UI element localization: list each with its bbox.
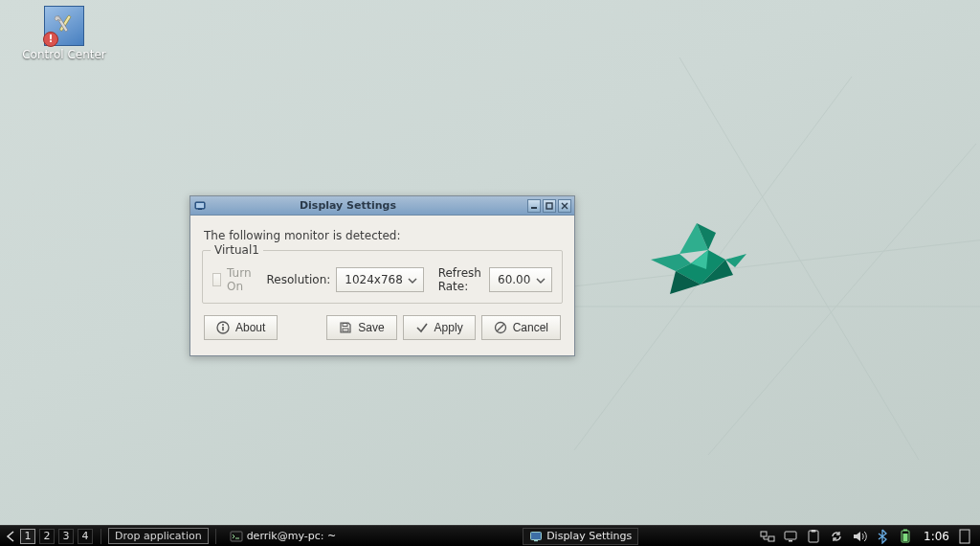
cancel-icon	[494, 321, 507, 334]
monitor-name: Virtual1	[211, 243, 263, 257]
display-applet-icon[interactable]	[783, 529, 798, 544]
svg-rect-26	[785, 532, 796, 539]
cancel-button[interactable]: Cancel	[481, 315, 561, 340]
svg-rect-25	[768, 536, 774, 541]
titlebar[interactable]: Display Settings	[190, 196, 574, 216]
desktop-icon-label: Control Center	[19, 48, 109, 61]
battery-applet-icon[interactable]	[898, 529, 913, 544]
info-icon	[216, 321, 230, 334]
save-label: Save	[358, 321, 384, 334]
svg-rect-13	[531, 207, 537, 209]
separator	[100, 529, 101, 544]
task-label: derrik@my-pc: ~	[247, 530, 336, 542]
svg-rect-14	[546, 203, 552, 209]
wallpaper-lines	[565, 57, 980, 460]
svg-rect-24	[761, 532, 767, 536]
svg-rect-18	[343, 324, 347, 327]
svg-marker-1	[697, 223, 716, 250]
svg-marker-0	[679, 223, 708, 254]
svg-rect-29	[812, 530, 816, 533]
system-tray: 1:06	[760, 529, 976, 544]
drop-application[interactable]: Drop application	[108, 528, 209, 544]
svg-rect-27	[789, 540, 792, 542]
check-icon	[415, 321, 429, 334]
svg-marker-4	[725, 254, 746, 267]
task-label: Display Settings	[546, 530, 632, 542]
workspace-switcher: 1 2 3 4	[4, 529, 94, 544]
about-label: About	[235, 321, 265, 334]
svg-marker-3	[676, 250, 725, 284]
monitor-group: Virtual1 Turn On Resolution: 1024x768 Re…	[202, 250, 563, 304]
window-maximize-button[interactable]	[543, 199, 556, 213]
refresh-value: 60.00	[498, 273, 530, 286]
svg-rect-11	[196, 203, 204, 208]
chevron-down-icon	[408, 273, 417, 286]
turn-on-checkbox[interactable]	[212, 273, 221, 286]
task-terminal[interactable]: derrik@my-pc: ~	[223, 528, 343, 545]
workspace-1[interactable]: 1	[20, 529, 35, 544]
svg-marker-7	[670, 271, 701, 294]
resolution-label: Resolution:	[267, 273, 331, 286]
apply-button[interactable]: Apply	[403, 315, 476, 340]
show-desktop-icon[interactable]	[957, 529, 972, 544]
clipboard-applet-icon[interactable]	[806, 529, 821, 544]
svg-marker-6	[691, 250, 708, 269]
taskbar: 1 2 3 4 Drop application derrik@my-pc: ~…	[0, 525, 980, 546]
chevron-down-icon	[536, 273, 546, 286]
volume-applet-icon[interactable]	[852, 529, 867, 544]
window-title: Display Settings	[211, 199, 525, 212]
svg-rect-23	[534, 540, 538, 541]
svg-rect-12	[198, 209, 202, 210]
save-icon	[339, 321, 352, 334]
resolution-combo[interactable]: 1024x768	[336, 267, 424, 292]
warning-badge-icon: !	[43, 32, 58, 47]
svg-rect-31	[903, 529, 907, 531]
separator	[215, 529, 216, 544]
svg-marker-5	[701, 260, 733, 284]
resolution-value: 1024x768	[345, 273, 403, 286]
save-button[interactable]: Save	[326, 315, 396, 340]
svg-rect-33	[960, 530, 969, 543]
display-icon	[529, 530, 543, 543]
display-settings-window: Display Settings The following monitor i…	[189, 195, 575, 356]
cancel-label: Cancel	[513, 321, 548, 334]
svg-rect-22	[531, 532, 542, 539]
svg-rect-19	[343, 329, 348, 331]
apply-label: Apply	[434, 321, 463, 334]
workspace-4[interactable]: 4	[78, 529, 93, 544]
desktop-icon-control-center[interactable]: ! Control Center	[19, 6, 109, 61]
turn-on-label: Turn On	[227, 266, 253, 293]
svg-rect-16	[222, 327, 224, 330]
about-button[interactable]: About	[204, 315, 278, 340]
updater-applet-icon[interactable]	[829, 529, 844, 544]
control-center-icon: !	[44, 6, 84, 46]
window-close-button[interactable]	[558, 199, 571, 213]
bluetooth-applet-icon[interactable]	[875, 529, 890, 544]
svg-rect-32	[903, 534, 908, 541]
task-display-settings[interactable]: Display Settings	[523, 528, 638, 545]
svg-marker-2	[651, 254, 691, 271]
dialog-button-row: About Save Apply Cancel	[200, 311, 565, 346]
clock[interactable]: 1:06	[921, 530, 949, 543]
window-app-icon	[193, 199, 207, 213]
wallpaper-bird	[641, 216, 756, 311]
workspace-3[interactable]: 3	[58, 529, 74, 544]
workspace-2[interactable]: 2	[39, 529, 55, 544]
network-applet-icon[interactable]	[760, 529, 775, 544]
refresh-label: Refresh Rate:	[438, 266, 483, 293]
svg-rect-21	[231, 532, 242, 541]
refresh-combo[interactable]: 60.00	[489, 267, 552, 292]
workspace-prev[interactable]	[4, 529, 17, 544]
svg-point-17	[222, 324, 224, 326]
window-minimize-button[interactable]	[527, 199, 541, 213]
window-client-area: The following monitor is detected: Virtu…	[190, 216, 574, 355]
svg-rect-28	[809, 531, 818, 542]
detected-label: The following monitor is detected:	[204, 229, 561, 242]
terminal-icon	[230, 530, 243, 543]
